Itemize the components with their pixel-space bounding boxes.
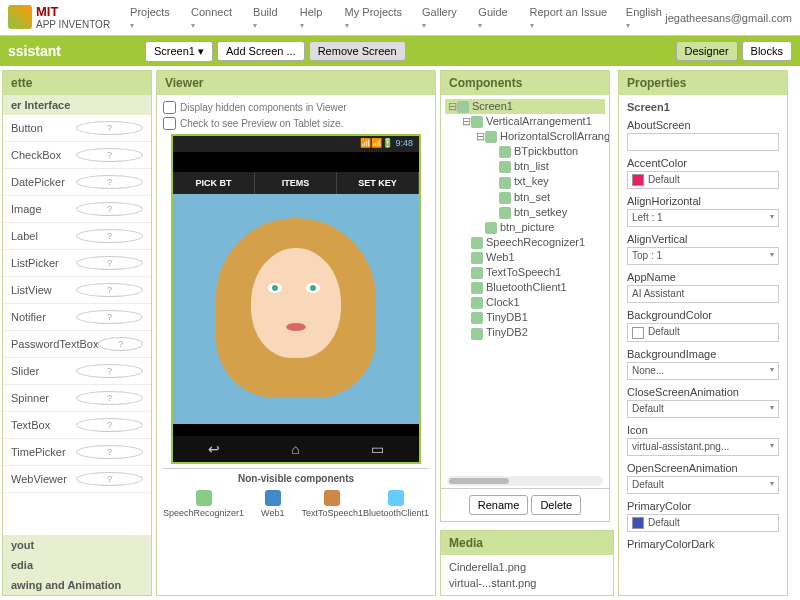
help-icon[interactable]: ? — [76, 283, 143, 297]
tree-node[interactable]: Clock1 — [445, 295, 605, 310]
tree-node[interactable]: Web1 — [445, 250, 605, 265]
tree-node[interactable]: TinyDB2 — [445, 325, 605, 340]
tree-scrollbar[interactable] — [447, 476, 603, 486]
help-icon[interactable]: ? — [76, 391, 143, 405]
help-icon[interactable]: ? — [76, 472, 143, 486]
blocks-button[interactable]: Blocks — [742, 41, 792, 61]
property-value[interactable]: virtual-assistant.png... — [627, 438, 779, 456]
nav-english[interactable]: English — [626, 6, 665, 30]
palette-item[interactable]: Notifier? — [3, 304, 151, 331]
help-icon[interactable]: ? — [76, 418, 143, 432]
property-value[interactable]: Default — [627, 514, 779, 532]
tablet-preview-checkbox[interactable]: Check to see Preview on Tablet size. — [163, 117, 429, 130]
nav-help[interactable]: Help — [300, 6, 327, 30]
palette-section-draw[interactable]: awing and Animation — [3, 575, 151, 595]
tree-node[interactable]: ⊟VerticalArrangement1 — [445, 114, 605, 129]
properties-header: Properties — [619, 71, 787, 95]
palette-item[interactable]: DatePicker? — [3, 169, 151, 196]
phone-tab[interactable]: PICK BT — [173, 172, 255, 194]
palette-item[interactable]: Slider? — [3, 358, 151, 385]
palette-section-layout[interactable]: yout — [3, 535, 151, 555]
tree-node[interactable]: ⊟Screen1 — [445, 99, 605, 114]
palette-item[interactable]: Button? — [3, 115, 151, 142]
nonvisible-components: SpeechRecognizer1Web1TextToSpeech1Blueto… — [163, 488, 429, 518]
property-value[interactable]: Top : 1 — [627, 247, 779, 265]
screen-dropdown[interactable]: Screen1 ▾ — [145, 41, 213, 62]
property-value[interactable]: Default — [627, 476, 779, 494]
property-value[interactable]: Default — [627, 323, 779, 341]
nav-guide[interactable]: Guide — [478, 6, 511, 30]
property-value[interactable]: Left : 1 — [627, 209, 779, 227]
phone-image[interactable] — [173, 194, 419, 424]
palette-item[interactable]: WebViewer? — [3, 466, 151, 493]
palette-item[interactable]: PasswordTextBox? — [3, 331, 151, 358]
help-icon[interactable]: ? — [76, 175, 143, 189]
remove-screen-button[interactable]: Remove Screen — [309, 41, 406, 61]
media-file[interactable]: Cinderella1.png — [449, 559, 605, 575]
palette-section-ui[interactable]: er Interface — [3, 95, 151, 115]
help-icon[interactable]: ? — [76, 229, 143, 243]
tree-node[interactable]: ⊟HorizontalScrollArrang — [445, 129, 605, 144]
viewer-header: Viewer — [157, 71, 435, 95]
palette-item[interactable]: TimePicker? — [3, 439, 151, 466]
help-icon[interactable]: ? — [76, 121, 143, 135]
palette-item[interactable]: Label? — [3, 223, 151, 250]
nav-projects[interactable]: Projects — [130, 6, 173, 30]
tree-node[interactable]: BTpickbutton — [445, 144, 605, 159]
tree-node[interactable]: btn_list — [445, 159, 605, 174]
help-icon[interactable]: ? — [76, 148, 143, 162]
property-value[interactable]: Default — [627, 400, 779, 418]
palette-item[interactable]: TextBox? — [3, 412, 151, 439]
nonvisible-item[interactable]: Web1 — [244, 488, 301, 518]
designer-button[interactable]: Designer — [676, 41, 738, 61]
property-row: BackgroundImageNone... — [627, 348, 779, 380]
nonvisible-item[interactable]: SpeechRecognizer1 — [163, 488, 244, 518]
tree-node[interactable]: btn_set — [445, 190, 605, 205]
nav-connect[interactable]: Connect — [191, 6, 235, 30]
nonvisible-item[interactable]: BluetoothClient1 — [363, 488, 429, 518]
palette-item[interactable]: Image? — [3, 196, 151, 223]
media-file[interactable]: virtual-...stant.png — [449, 575, 605, 591]
tree-node[interactable]: btn_setkey — [445, 205, 605, 220]
tree-node[interactable]: TextToSpeech1 — [445, 265, 605, 280]
delete-button[interactable]: Delete — [531, 495, 581, 515]
help-icon[interactable]: ? — [76, 202, 143, 216]
display-hidden-checkbox[interactable]: Display hidden components in Viewer — [163, 101, 429, 114]
property-value[interactable]: None... — [627, 362, 779, 380]
property-value[interactable] — [627, 133, 779, 151]
nonvisible-item[interactable]: TextToSpeech1 — [301, 488, 363, 518]
help-icon[interactable]: ? — [76, 310, 143, 324]
property-label: Icon — [627, 424, 779, 436]
property-row: AboutScreen — [627, 119, 779, 151]
help-icon[interactable]: ? — [98, 337, 143, 351]
tree-node[interactable]: BluetoothClient1 — [445, 280, 605, 295]
help-icon[interactable]: ? — [76, 445, 143, 459]
property-row: Iconvirtual-assistant.png... — [627, 424, 779, 456]
components-header: Components — [441, 71, 609, 95]
tree-node[interactable]: btn_picture — [445, 220, 605, 235]
help-icon[interactable]: ? — [76, 364, 143, 378]
user-email[interactable]: jegatheesans@gmail.com — [665, 12, 792, 24]
nav-my-projects[interactable]: My Projects — [345, 6, 404, 30]
palette-item[interactable]: ListView? — [3, 277, 151, 304]
palette-section-media[interactable]: edia — [3, 555, 151, 575]
phone-tab[interactable]: SET KEY — [337, 172, 419, 194]
tree-node[interactable]: SpeechRecognizer1 — [445, 235, 605, 250]
palette-item[interactable]: CheckBox? — [3, 142, 151, 169]
add-screen-button[interactable]: Add Screen ... — [217, 41, 305, 61]
nav-gallery[interactable]: Gallery — [422, 6, 460, 30]
nav-report-an-issue[interactable]: Report an Issue — [530, 6, 608, 30]
palette-item[interactable]: Spinner? — [3, 385, 151, 412]
help-icon[interactable]: ? — [76, 256, 143, 270]
property-label: AlignHorizontal — [627, 195, 779, 207]
property-value[interactable]: Default — [627, 171, 779, 189]
nav-build[interactable]: Build — [253, 6, 282, 30]
property-value[interactable]: AI Assistant — [627, 285, 779, 303]
palette-item[interactable]: ListPicker? — [3, 250, 151, 277]
tree-node[interactable]: TinyDB1 — [445, 310, 605, 325]
tree-node[interactable]: txt_key — [445, 174, 605, 189]
phone-preview: 📶📶🔋 9:48 PICK BTITEMSSET KEY ↩⌂▭ — [171, 134, 421, 464]
phone-tab[interactable]: ITEMS — [255, 172, 337, 194]
rename-button[interactable]: Rename — [469, 495, 529, 515]
property-row: AccentColorDefault — [627, 157, 779, 189]
